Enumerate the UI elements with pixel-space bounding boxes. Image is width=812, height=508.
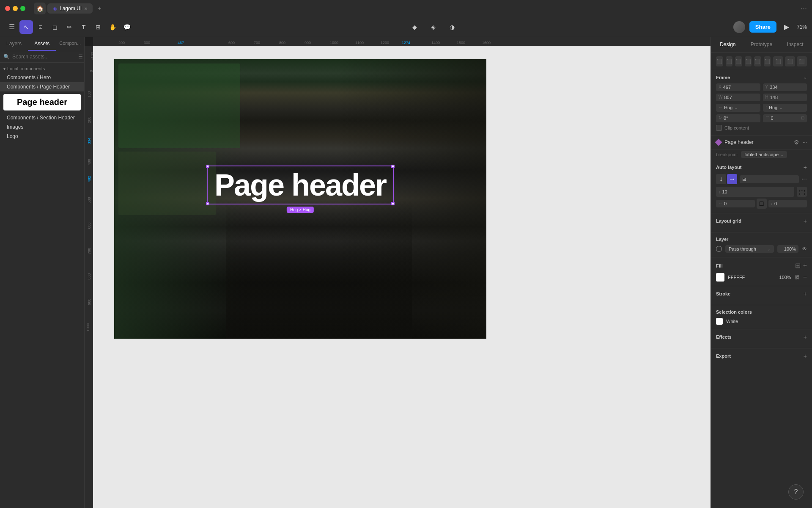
tab-design[interactable]: Design — [711, 37, 745, 52]
component-prop-row: breakpoint tabletLandscape ⌄ — [711, 149, 812, 160]
gap-icon: ↨ — [719, 190, 721, 194]
comment-tool[interactable]: 💬 — [120, 20, 134, 34]
export-add-icon[interactable]: + — [804, 353, 807, 359]
layer-visibility-icon[interactable]: 👁 — [802, 246, 807, 252]
search-bar: 🔍 ☰ 📖 — [0, 51, 84, 63]
gap-input[interactable]: ↨ 10 — [716, 187, 794, 197]
close-button[interactable] — [5, 6, 10, 11]
help-button[interactable]: ? — [788, 484, 804, 500]
tidy-btn[interactable]: ⬛ — [797, 56, 807, 66]
align-center-h-btn[interactable]: ⬛ — [726, 56, 733, 66]
components-tab[interactable]: Compon... — [56, 37, 84, 51]
pen-tool[interactable]: ✏ — [63, 20, 76, 34]
fill-header: Fill ⊞ + — [716, 262, 807, 270]
fill-add-icon[interactable]: + — [803, 262, 807, 270]
search-input[interactable] — [12, 54, 76, 60]
new-tab-button[interactable]: + — [94, 3, 104, 14]
minimize-button[interactable] — [13, 6, 18, 11]
layout-dir-down-icon[interactable]: ↓ — [716, 174, 726, 184]
padding-h-value[interactable]: 0 — [724, 201, 727, 206]
shape-tool[interactable]: ◻ — [48, 20, 62, 34]
fill-color-swatch[interactable] — [716, 273, 724, 282]
fill-section: Fill ⊞ + FFFFFF 100% ⛓ − — [711, 257, 812, 286]
fill-opacity-value[interactable]: 100% — [774, 275, 791, 280]
menu-button[interactable]: ☰ — [5, 20, 19, 34]
design-frame[interactable]: Page header Hug × Hug — [114, 59, 486, 339]
move-tool[interactable]: ↖ — [19, 20, 33, 34]
list-view-icon[interactable]: ☰ — [78, 54, 83, 60]
assets-tab[interactable]: Assets — [28, 37, 56, 51]
sidebar-item-logo[interactable]: Logo — [0, 132, 84, 141]
home-tab[interactable]: 🏠 — [34, 3, 46, 14]
play-button[interactable]: ▶ — [781, 21, 793, 33]
fill-grid-icon[interactable]: ⊞ — [795, 262, 801, 270]
align-center-v-btn[interactable]: ⬛ — [754, 56, 761, 66]
distribute-v-btn[interactable]: ⬛ — [785, 56, 795, 66]
padding-h-input[interactable]: ↔ 0 — [716, 200, 755, 207]
layout-grid-add-icon[interactable]: + — [804, 218, 807, 224]
layer-mode-dropdown[interactable]: Pass through ⌄ — [725, 245, 774, 253]
distribute-h-btn[interactable]: ⬛ — [773, 56, 783, 66]
clip-content-checkbox[interactable] — [716, 125, 722, 131]
active-tab[interactable]: ◈ Lagom UI ✕ — [47, 3, 93, 14]
frame-h[interactable]: 148 — [770, 95, 778, 100]
layer-opacity-input[interactable]: 100% — [777, 245, 798, 253]
component-tool[interactable]: ⊞ — [91, 20, 105, 34]
gap-value[interactable]: 10 — [722, 189, 727, 194]
auto-layout-more-icon[interactable]: ··· — [801, 175, 807, 183]
tab-prototype[interactable]: Prototype — [745, 37, 779, 52]
sidebar-item-page-header[interactable]: Components / Page Header — [0, 82, 84, 91]
y-constraint[interactable]: Hug — [769, 105, 777, 110]
fill-hex-value[interactable]: FFFFFF — [728, 275, 771, 280]
effects-header: Effects + — [716, 334, 807, 340]
align-right-btn[interactable]: ⬛ — [735, 56, 742, 66]
tab-inspect[interactable]: Inspect — [778, 37, 812, 52]
breakpoint-value[interactable]: tabletLandscape ⌄ — [741, 151, 787, 158]
selection-color-swatch[interactable] — [716, 318, 723, 325]
frame-x[interactable]: 467 — [723, 85, 731, 90]
plugin1-button[interactable]: ◆ — [408, 20, 422, 34]
auto-layout-add-icon[interactable]: + — [804, 164, 807, 171]
text-tool[interactable]: T — [77, 20, 91, 34]
frame-hug-y[interactable]: ↕Hug⌄ — [763, 104, 807, 112]
align-bottom-btn[interactable]: ⬛ — [764, 56, 771, 66]
frame-y-value: Y334 — [763, 83, 807, 91]
zoom-level[interactable]: 71% — [797, 24, 807, 30]
sidebar-item-section-header[interactable]: Components / Section Header — [0, 113, 84, 122]
local-components-header[interactable]: ▾ Local components — [0, 64, 84, 73]
frame-y[interactable]: 334 — [770, 85, 777, 90]
layout-resize-icon[interactable]: ⬚ — [797, 187, 807, 197]
effects-add-icon[interactable]: + — [804, 334, 807, 340]
rotation-value[interactable]: 0° — [724, 116, 728, 121]
hand-tool[interactable]: ✋ — [106, 20, 119, 34]
frame-w[interactable]: 807 — [724, 95, 732, 100]
corner-radius-value[interactable]: 0 — [771, 116, 774, 121]
x-constraint[interactable]: Hug — [724, 105, 732, 110]
padding-v-input[interactable]: ↕ 0 — [768, 200, 807, 207]
tab-close-icon[interactable]: ✕ — [84, 6, 88, 11]
component-settings-icon[interactable]: ⚙ — [794, 139, 799, 146]
layers-tab[interactable]: Layers — [0, 37, 28, 51]
frame-hug-x[interactable]: ↔Hug⌄ — [716, 104, 760, 112]
maximize-button[interactable] — [20, 6, 25, 11]
layout-dir-right-icon[interactable]: → — [727, 174, 737, 184]
share-button[interactable]: Share — [749, 21, 776, 33]
align-control[interactable]: ⊞ — [740, 175, 799, 183]
sidebar-item-hero[interactable]: Components / Hero — [0, 73, 84, 82]
align-top-btn[interactable]: ⬛ — [745, 56, 752, 66]
padding-v-value[interactable]: 0 — [774, 201, 777, 206]
align-left-btn[interactable]: ⬛ — [716, 56, 723, 66]
frame-tool[interactable]: ⊡ — [34, 20, 47, 34]
vertical-ruler: -100 0 100 200 334 400 482 500 600 700 8… — [85, 46, 93, 508]
handle-tl — [206, 165, 209, 168]
theme-mode-button[interactable]: ◑ — [445, 20, 459, 34]
sidebar-item-images[interactable]: Images — [0, 122, 84, 132]
more-menu-button[interactable]: ··· — [801, 4, 807, 13]
component-section: Page header ⚙ ··· — [711, 135, 812, 149]
fill-remove-icon[interactable]: − — [803, 273, 807, 281]
component-more-icon[interactable]: ··· — [803, 139, 807, 145]
frame-arrow-icon[interactable]: ⌄ — [803, 75, 807, 80]
plugin2-button[interactable]: ◈ — [427, 20, 440, 34]
stroke-add-icon[interactable]: + — [804, 290, 807, 297]
canvas-main[interactable]: Page header Hug × Hug — [93, 46, 710, 508]
